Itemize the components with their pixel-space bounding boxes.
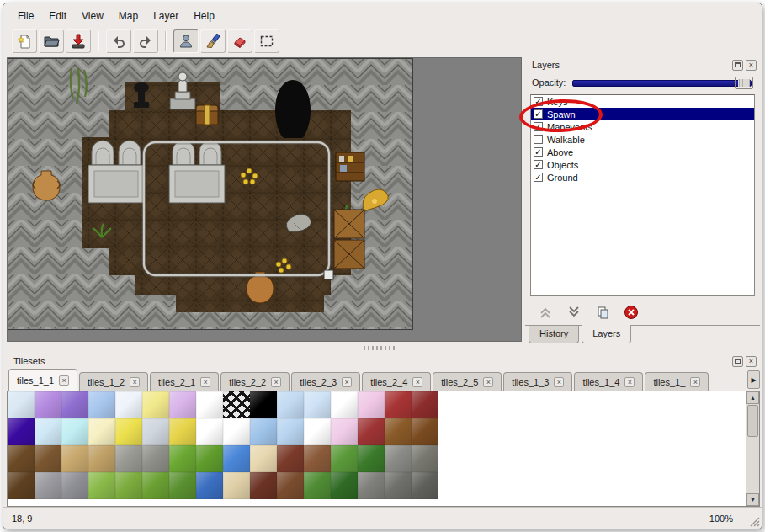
dock-tab-layers[interactable]: Layers bbox=[582, 325, 631, 343]
dock-tab-history[interactable]: History bbox=[529, 326, 579, 343]
close-tab-icon[interactable]: × bbox=[690, 377, 700, 387]
tileset-tile[interactable] bbox=[169, 418, 196, 445]
close-tab-icon[interactable]: × bbox=[412, 377, 422, 387]
tileset-tile[interactable] bbox=[277, 418, 304, 445]
tileset-tile[interactable] bbox=[331, 391, 358, 418]
tileset-tile[interactable] bbox=[61, 472, 88, 499]
spawn-stamp-tool-button[interactable] bbox=[173, 29, 199, 53]
tileset-tile[interactable] bbox=[223, 391, 250, 418]
layer-row-objects[interactable]: ✓Objects bbox=[531, 158, 754, 171]
menu-help[interactable]: Help bbox=[186, 7, 222, 25]
scroll-down-button[interactable]: ▼ bbox=[746, 493, 759, 506]
eraser-tool-button[interactable] bbox=[227, 29, 252, 53]
scrollbar-thumb[interactable] bbox=[747, 405, 758, 437]
tileset-tile[interactable] bbox=[358, 391, 385, 418]
select-region-tool-button[interactable] bbox=[254, 29, 279, 53]
tileset-tile[interactable] bbox=[358, 418, 385, 445]
tileset-area[interactable] bbox=[8, 391, 746, 506]
close-tab-icon[interactable]: × bbox=[271, 377, 281, 387]
tileset-tab-tiles_2_4[interactable]: tiles_2_4× bbox=[362, 372, 431, 391]
tileset-tile[interactable] bbox=[8, 445, 35, 472]
tileset-tab-tiles_1_1[interactable]: tiles_1_1× bbox=[8, 369, 77, 391]
tileset-tile[interactable] bbox=[142, 472, 169, 499]
tileset-tab-tiles_1_2[interactable]: tiles_1_2× bbox=[79, 372, 148, 391]
tileset-tile[interactable] bbox=[8, 391, 35, 418]
layer-row-above[interactable]: ✓Above bbox=[531, 146, 754, 158]
tileset-tile[interactable] bbox=[250, 472, 277, 499]
tileset-tile[interactable] bbox=[412, 418, 438, 445]
duplicate-layer-button[interactable] bbox=[592, 303, 613, 322]
tileset-tile[interactable] bbox=[35, 445, 61, 472]
new-file-button[interactable] bbox=[12, 29, 37, 53]
tileset-tile[interactable] bbox=[142, 418, 169, 445]
opacity-slider-track[interactable] bbox=[572, 80, 752, 87]
tileset-tile[interactable] bbox=[358, 472, 385, 499]
tileset-tile[interactable] bbox=[250, 418, 277, 445]
tileset-tile[interactable] bbox=[115, 445, 142, 472]
tileset-tile[interactable] bbox=[169, 391, 196, 418]
menu-edit[interactable]: Edit bbox=[41, 7, 74, 25]
open-folder-button[interactable] bbox=[39, 29, 64, 53]
layer-visible-checkbox[interactable]: ✓ bbox=[534, 97, 543, 106]
undo-button[interactable] bbox=[106, 29, 131, 53]
tileset-tile[interactable] bbox=[385, 472, 412, 499]
tileset-tile[interactable] bbox=[304, 472, 331, 499]
tileset-tile[interactable] bbox=[169, 445, 196, 472]
tileset-tile[interactable] bbox=[115, 391, 142, 418]
save-button[interactable] bbox=[66, 29, 91, 53]
paint-tool-button[interactable] bbox=[200, 29, 226, 53]
tileset-tile[interactable] bbox=[385, 445, 412, 472]
tileset-tile[interactable] bbox=[115, 418, 142, 445]
layer-visible-checkbox[interactable] bbox=[534, 135, 543, 144]
close-tab-icon[interactable]: × bbox=[59, 375, 69, 386]
layer-visible-checkbox[interactable]: ✓ bbox=[534, 122, 543, 131]
tileset-tile[interactable] bbox=[196, 391, 223, 418]
opacity-slider-handle[interactable] bbox=[735, 77, 753, 89]
layer-visible-checkbox[interactable]: ✓ bbox=[534, 160, 543, 169]
scroll-up-button[interactable]: ▲ bbox=[746, 391, 759, 404]
tileset-tile[interactable] bbox=[35, 391, 61, 418]
close-panel-button[interactable]: × bbox=[746, 356, 757, 367]
tileset-tab-tiles_2_5[interactable]: tiles_2_5× bbox=[433, 372, 502, 391]
redo-button[interactable] bbox=[133, 29, 158, 53]
delete-layer-button[interactable] bbox=[621, 303, 641, 322]
tileset-tile[interactable] bbox=[35, 472, 61, 499]
tileset-tab-tiles_2_2[interactable]: tiles_2_2× bbox=[220, 372, 290, 391]
tileset-tile[interactable] bbox=[196, 472, 223, 499]
raise-layer-button[interactable] bbox=[535, 303, 555, 322]
tileset-tab-tiles_2_1[interactable]: tiles_2_1× bbox=[150, 372, 219, 391]
close-panel-button[interactable]: × bbox=[746, 60, 757, 71]
resize-grip[interactable] bbox=[748, 515, 760, 527]
tileset-tile[interactable] bbox=[61, 445, 88, 472]
opacity-slider[interactable] bbox=[572, 77, 753, 89]
tileset-tile[interactable] bbox=[250, 445, 277, 472]
float-panel-button[interactable] bbox=[732, 60, 743, 71]
tileset-tile[interactable] bbox=[169, 472, 196, 499]
dock-splitter[interactable] bbox=[7, 343, 758, 352]
tileset-tab-tiles_2_3[interactable]: tiles_2_3× bbox=[291, 372, 360, 391]
layer-row-walkable[interactable]: Walkable bbox=[531, 133, 754, 146]
menu-file[interactable]: File bbox=[10, 7, 41, 25]
float-panel-button[interactable] bbox=[732, 356, 743, 367]
tileset-tile[interactable] bbox=[412, 445, 438, 472]
tileset-tile[interactable] bbox=[88, 445, 115, 472]
tileset-tile[interactable] bbox=[35, 418, 61, 445]
tileset-tile[interactable] bbox=[385, 391, 412, 418]
close-tab-icon[interactable]: × bbox=[342, 377, 352, 387]
tileset-tile[interactable] bbox=[331, 445, 358, 472]
menu-layer[interactable]: Layer bbox=[146, 7, 186, 25]
tileset-tile[interactable] bbox=[277, 391, 304, 418]
layer-row-mapevents[interactable]: ✓Mapevents bbox=[531, 120, 754, 133]
tileset-tile[interactable] bbox=[223, 472, 250, 499]
tileset-tile[interactable] bbox=[142, 391, 169, 418]
tileset-tile[interactable] bbox=[115, 472, 142, 499]
tileset-tab-tiles_1_3[interactable]: tiles_1_3× bbox=[503, 372, 572, 391]
scrollbar-track[interactable] bbox=[746, 438, 759, 493]
tileset-tile[interactable] bbox=[304, 418, 331, 445]
tileset-scrollbar[interactable]: ▲ ▼ bbox=[746, 391, 759, 506]
tileset-tile[interactable] bbox=[331, 472, 358, 499]
tileset-tile[interactable] bbox=[88, 391, 115, 418]
close-tab-icon[interactable]: × bbox=[130, 377, 140, 387]
layer-row-keys[interactable]: ✓Keys bbox=[531, 95, 754, 108]
close-tab-icon[interactable]: × bbox=[624, 377, 635, 387]
